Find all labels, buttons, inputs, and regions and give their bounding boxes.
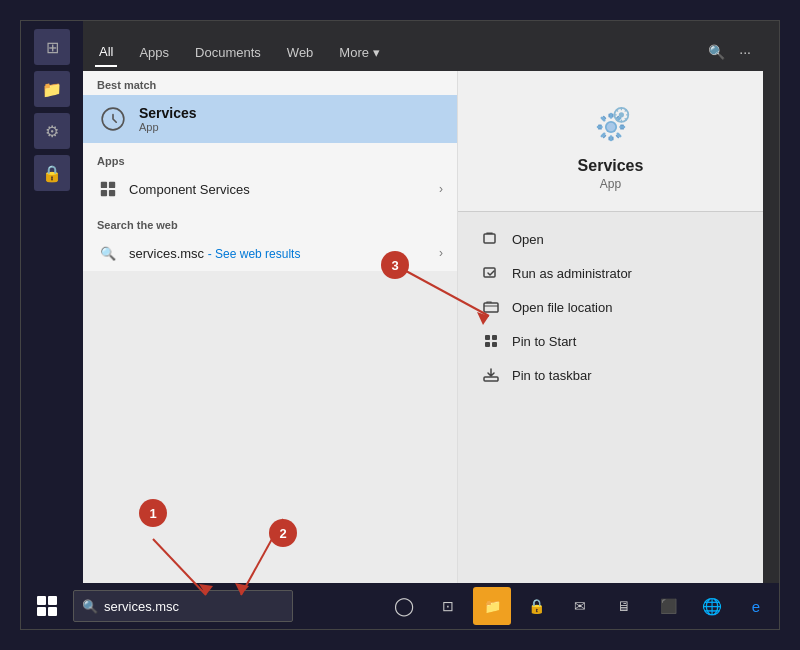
start-icon: [37, 596, 57, 616]
taskbar-lock-icon[interactable]: 🔒: [517, 587, 555, 625]
bottom-taskbar: 🔍 ◯ ⊡ 📁 🔒 ✉ 🖥 ⬛ 🌐 e: [21, 583, 779, 629]
annotation-1: 1: [139, 499, 167, 527]
taskbar-left: ⊞ 📁 ⚙ 🔒: [21, 21, 83, 629]
annotation-3: 3: [381, 251, 409, 279]
file-location-icon: [482, 298, 500, 316]
search-icon[interactable]: 🔍: [708, 44, 725, 60]
context-open-file-location[interactable]: Open file location: [458, 290, 763, 324]
open-icon: [482, 230, 500, 248]
svg-rect-11: [484, 303, 498, 312]
taskbar-edge-icon[interactable]: e: [737, 587, 775, 625]
right-panel-title: Services: [578, 157, 644, 175]
context-open[interactable]: Open: [458, 222, 763, 256]
web-search-icon: 🔍: [97, 242, 119, 264]
pin-start-icon: [482, 332, 500, 350]
tab-all[interactable]: All: [95, 38, 117, 67]
taskbar-photos-icon[interactable]: ⬛: [649, 587, 687, 625]
tab-more[interactable]: More ▾: [335, 39, 383, 66]
svg-rect-9: [484, 234, 495, 243]
svg-point-6: [606, 123, 615, 132]
tab-apps[interactable]: Apps: [135, 39, 173, 66]
svg-rect-3: [101, 190, 107, 196]
svg-rect-1: [101, 182, 107, 188]
component-services-label: Component Services: [129, 182, 250, 197]
tab-documents[interactable]: Documents: [191, 39, 265, 66]
start-button[interactable]: [25, 584, 69, 628]
svg-point-8: [618, 112, 623, 117]
apps-section: Apps Component Services ›: [83, 143, 457, 211]
context-run-admin[interactable]: Run as administrator: [458, 256, 763, 290]
svg-rect-14: [485, 342, 490, 347]
context-pin-taskbar[interactable]: Pin to taskbar: [458, 358, 763, 392]
svg-rect-4: [109, 190, 115, 196]
search-window: All Apps Documents Web More ▾ 🔍 ··· Best…: [83, 33, 763, 603]
svg-rect-2: [109, 182, 115, 188]
taskbar-cortana-icon[interactable]: ◯: [385, 587, 423, 625]
taskbar-icon-4[interactable]: 🔒: [34, 155, 70, 191]
taskbar-search-bar[interactable]: 🔍: [73, 590, 293, 622]
open-label: Open: [512, 232, 544, 247]
web-search-text: services.msc - See web results: [129, 246, 300, 261]
annotation-2: 2: [269, 519, 297, 547]
component-services-item[interactable]: Component Services ›: [83, 171, 457, 207]
best-match-label: Best match: [83, 71, 457, 95]
taskbar-search-icon: 🔍: [82, 599, 98, 614]
pin-taskbar-icon: [482, 366, 500, 384]
best-match-item[interactable]: Services App: [83, 95, 457, 143]
pin-start-label: Pin to Start: [512, 334, 576, 349]
taskbar-icon-1[interactable]: ⊞: [34, 29, 70, 65]
best-match-app-icon: [97, 103, 129, 135]
taskbar-multitask-icon[interactable]: ⊡: [429, 587, 467, 625]
tab-bar-right: 🔍 ···: [708, 44, 751, 60]
more-options-icon[interactable]: ···: [739, 44, 751, 60]
left-panel-footer: 8 items: [83, 271, 457, 603]
screenshot-wrapper: ⊞ 📁 ⚙ 🔒 All Apps Documents Web More ▾ 🔍 …: [20, 20, 780, 630]
web-search-arrow: ›: [439, 246, 443, 260]
right-panel: Services App Open: [458, 71, 763, 603]
taskbar-mail-icon[interactable]: ✉: [561, 587, 599, 625]
run-admin-label: Run as administrator: [512, 266, 632, 281]
open-file-location-label: Open file location: [512, 300, 612, 315]
best-match-text: Services App: [139, 105, 197, 133]
tab-web[interactable]: Web: [283, 39, 318, 66]
component-services-arrow: ›: [439, 182, 443, 196]
content-area: Best match Services App: [83, 71, 763, 603]
context-pin-start[interactable]: Pin to Start: [458, 324, 763, 358]
service-icon-large: [585, 101, 637, 157]
see-results-label: - See web results: [208, 247, 301, 261]
right-panel-header: Services App: [458, 71, 763, 212]
taskbar-search-input[interactable]: [104, 599, 284, 614]
left-panel: Best match Services App: [83, 71, 458, 603]
best-match-subtitle: App: [139, 121, 197, 133]
right-panel-subtitle: App: [600, 177, 621, 191]
web-search-query: services.msc: [129, 246, 204, 261]
taskbar-icon-2[interactable]: 📁: [34, 71, 70, 107]
component-services-icon: [97, 178, 119, 200]
taskbar-right-icons: ◯ ⊡ 📁 🔒 ✉ 🖥 ⬛ 🌐 e: [385, 587, 775, 625]
pin-taskbar-label: Pin to taskbar: [512, 368, 592, 383]
svg-rect-15: [492, 342, 497, 347]
taskbar-monitor-icon[interactable]: 🖥: [605, 587, 643, 625]
taskbar-chrome-icon[interactable]: 🌐: [693, 587, 731, 625]
svg-rect-12: [485, 335, 490, 340]
svg-rect-16: [484, 377, 498, 381]
tab-bar: All Apps Documents Web More ▾ 🔍 ···: [83, 33, 763, 71]
taskbar-icon-3[interactable]: ⚙: [34, 113, 70, 149]
svg-rect-13: [492, 335, 497, 340]
apps-section-label: Apps: [83, 147, 457, 171]
context-menu: Open Run as administrator: [458, 212, 763, 402]
web-section-label: Search the web: [83, 211, 457, 235]
run-admin-icon: [482, 264, 500, 282]
taskbar-file-explorer-icon[interactable]: 📁: [473, 587, 511, 625]
best-match-title: Services: [139, 105, 197, 121]
